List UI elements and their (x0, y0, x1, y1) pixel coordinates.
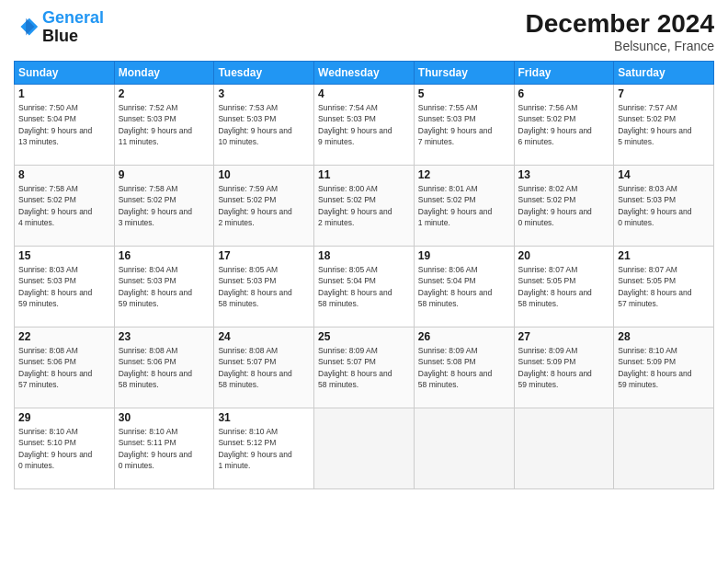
day-info: Sunrise: 8:08 AMSunset: 5:06 PMDaylight:… (119, 345, 210, 390)
day-info: Sunrise: 7:59 AMSunset: 5:02 PMDaylight:… (218, 183, 310, 228)
day-number: 17 (218, 249, 310, 262)
page: General Blue December 2024 Belsunce, Fra… (0, 0, 728, 563)
day-number: 3 (218, 87, 310, 100)
day-number: 28 (618, 330, 710, 343)
day-number: 15 (18, 249, 110, 262)
day-cell-8: 8Sunrise: 7:58 AMSunset: 5:02 PMDaylight… (15, 166, 115, 247)
col-wednesday: Wednesday (314, 62, 415, 85)
day-number: 25 (318, 330, 410, 343)
day-cell-11: 11Sunrise: 8:00 AMSunset: 5:02 PMDayligh… (314, 166, 415, 247)
col-saturday: Saturday (614, 62, 714, 85)
day-number: 12 (418, 168, 510, 181)
day-info: Sunrise: 8:01 AMSunset: 5:02 PMDaylight:… (418, 183, 510, 228)
day-number: 4 (318, 87, 410, 100)
week-row-5: 29Sunrise: 8:10 AMSunset: 5:10 PMDayligh… (15, 408, 714, 489)
title-area: December 2024 Belsunce, France (526, 9, 714, 53)
empty-cell (514, 408, 614, 489)
day-info: Sunrise: 8:03 AMSunset: 5:03 PMDaylight:… (618, 183, 710, 228)
week-row-3: 15Sunrise: 8:03 AMSunset: 5:03 PMDayligh… (15, 247, 714, 327)
logo-text: General Blue (42, 9, 104, 46)
day-cell-12: 12Sunrise: 8:01 AMSunset: 5:02 PMDayligh… (414, 166, 514, 247)
day-info: Sunrise: 8:07 AMSunset: 5:05 PMDaylight:… (518, 264, 610, 309)
day-cell-31: 31Sunrise: 8:10 AMSunset: 5:12 PMDayligh… (214, 408, 314, 489)
day-cell-25: 25Sunrise: 8:09 AMSunset: 5:07 PMDayligh… (314, 327, 415, 408)
day-info: Sunrise: 8:07 AMSunset: 5:05 PMDaylight:… (618, 264, 710, 309)
day-info: Sunrise: 8:10 AMSunset: 5:10 PMDaylight:… (18, 426, 110, 471)
day-cell-3: 3Sunrise: 7:53 AMSunset: 5:03 PMDaylight… (214, 85, 314, 166)
day-cell-1: 1Sunrise: 7:50 AMSunset: 5:04 PMDaylight… (15, 85, 115, 166)
day-info: Sunrise: 7:57 AMSunset: 5:02 PMDaylight:… (618, 102, 710, 147)
col-tuesday: Tuesday (214, 62, 314, 85)
day-number: 22 (18, 330, 110, 343)
day-info: Sunrise: 7:55 AMSunset: 5:03 PMDaylight:… (418, 102, 510, 147)
week-row-1: 1Sunrise: 7:50 AMSunset: 5:04 PMDaylight… (15, 85, 714, 166)
day-number: 9 (119, 168, 210, 181)
day-number: 13 (518, 168, 610, 181)
day-info: Sunrise: 8:00 AMSunset: 5:02 PMDaylight:… (318, 183, 410, 228)
col-sunday: Sunday (15, 62, 115, 85)
calendar-table: Sunday Monday Tuesday Wednesday Thursday… (14, 61, 714, 489)
day-cell-15: 15Sunrise: 8:03 AMSunset: 5:03 PMDayligh… (15, 247, 115, 327)
day-cell-30: 30Sunrise: 8:10 AMSunset: 5:11 PMDayligh… (114, 408, 214, 489)
day-number: 20 (518, 249, 610, 262)
day-number: 6 (518, 87, 610, 100)
logo: General Blue (14, 9, 104, 46)
day-number: 23 (119, 330, 210, 343)
location: Belsunce, France (526, 39, 714, 53)
day-number: 11 (318, 168, 410, 181)
day-number: 14 (618, 168, 710, 181)
day-number: 24 (218, 330, 310, 343)
col-monday: Monday (114, 62, 214, 85)
day-cell-26: 26Sunrise: 8:09 AMSunset: 5:08 PMDayligh… (414, 327, 514, 408)
empty-cell (614, 408, 714, 489)
day-cell-14: 14Sunrise: 8:03 AMSunset: 5:03 PMDayligh… (614, 166, 714, 247)
day-info: Sunrise: 7:58 AMSunset: 5:02 PMDaylight:… (119, 183, 210, 228)
col-thursday: Thursday (414, 62, 514, 85)
day-number: 19 (418, 249, 510, 262)
day-info: Sunrise: 8:09 AMSunset: 5:09 PMDaylight:… (518, 345, 610, 390)
day-cell-23: 23Sunrise: 8:08 AMSunset: 5:06 PMDayligh… (114, 327, 214, 408)
day-number: 7 (618, 87, 710, 100)
header: General Blue December 2024 Belsunce, Fra… (14, 9, 714, 53)
day-info: Sunrise: 7:58 AMSunset: 5:02 PMDaylight:… (18, 183, 110, 228)
day-cell-6: 6Sunrise: 7:56 AMSunset: 5:02 PMDaylight… (514, 85, 614, 166)
day-number: 10 (218, 168, 310, 181)
day-number: 30 (119, 411, 210, 424)
empty-cell (314, 408, 415, 489)
day-cell-2: 2Sunrise: 7:52 AMSunset: 5:03 PMDaylight… (114, 85, 214, 166)
day-cell-5: 5Sunrise: 7:55 AMSunset: 5:03 PMDaylight… (414, 85, 514, 166)
day-info: Sunrise: 7:56 AMSunset: 5:02 PMDaylight:… (518, 102, 610, 147)
day-info: Sunrise: 8:10 AMSunset: 5:12 PMDaylight:… (218, 426, 310, 471)
week-row-2: 8Sunrise: 7:58 AMSunset: 5:02 PMDaylight… (15, 166, 714, 247)
day-cell-21: 21Sunrise: 8:07 AMSunset: 5:05 PMDayligh… (614, 247, 714, 327)
day-info: Sunrise: 8:05 AMSunset: 5:03 PMDaylight:… (218, 264, 310, 309)
day-cell-13: 13Sunrise: 8:02 AMSunset: 5:02 PMDayligh… (514, 166, 614, 247)
day-number: 29 (18, 411, 110, 424)
day-number: 5 (418, 87, 510, 100)
day-number: 21 (618, 249, 710, 262)
day-info: Sunrise: 8:03 AMSunset: 5:03 PMDaylight:… (18, 264, 110, 309)
day-cell-4: 4Sunrise: 7:54 AMSunset: 5:03 PMDaylight… (314, 85, 415, 166)
logo-icon (14, 15, 40, 40)
day-info: Sunrise: 8:08 AMSunset: 5:06 PMDaylight:… (18, 345, 110, 390)
day-info: Sunrise: 8:04 AMSunset: 5:03 PMDaylight:… (119, 264, 210, 309)
day-number: 31 (218, 411, 310, 424)
month-title: December 2024 (526, 9, 714, 39)
day-cell-10: 10Sunrise: 7:59 AMSunset: 5:02 PMDayligh… (214, 166, 314, 247)
day-number: 1 (18, 87, 110, 100)
day-cell-7: 7Sunrise: 7:57 AMSunset: 5:02 PMDaylight… (614, 85, 714, 166)
day-info: Sunrise: 8:09 AMSunset: 5:07 PMDaylight:… (318, 345, 410, 390)
day-number: 18 (318, 249, 410, 262)
day-cell-20: 20Sunrise: 8:07 AMSunset: 5:05 PMDayligh… (514, 247, 614, 327)
empty-cell (414, 408, 514, 489)
day-cell-18: 18Sunrise: 8:05 AMSunset: 5:04 PMDayligh… (314, 247, 415, 327)
day-info: Sunrise: 8:10 AMSunset: 5:11 PMDaylight:… (119, 426, 210, 471)
day-info: Sunrise: 7:50 AMSunset: 5:04 PMDaylight:… (18, 102, 110, 147)
day-number: 27 (518, 330, 610, 343)
calendar-header-row: Sunday Monday Tuesday Wednesday Thursday… (15, 62, 714, 85)
day-info: Sunrise: 7:53 AMSunset: 5:03 PMDaylight:… (218, 102, 310, 147)
day-info: Sunrise: 8:09 AMSunset: 5:08 PMDaylight:… (418, 345, 510, 390)
day-cell-16: 16Sunrise: 8:04 AMSunset: 5:03 PMDayligh… (114, 247, 214, 327)
day-cell-22: 22Sunrise: 8:08 AMSunset: 5:06 PMDayligh… (15, 327, 115, 408)
day-info: Sunrise: 7:54 AMSunset: 5:03 PMDaylight:… (318, 102, 410, 147)
